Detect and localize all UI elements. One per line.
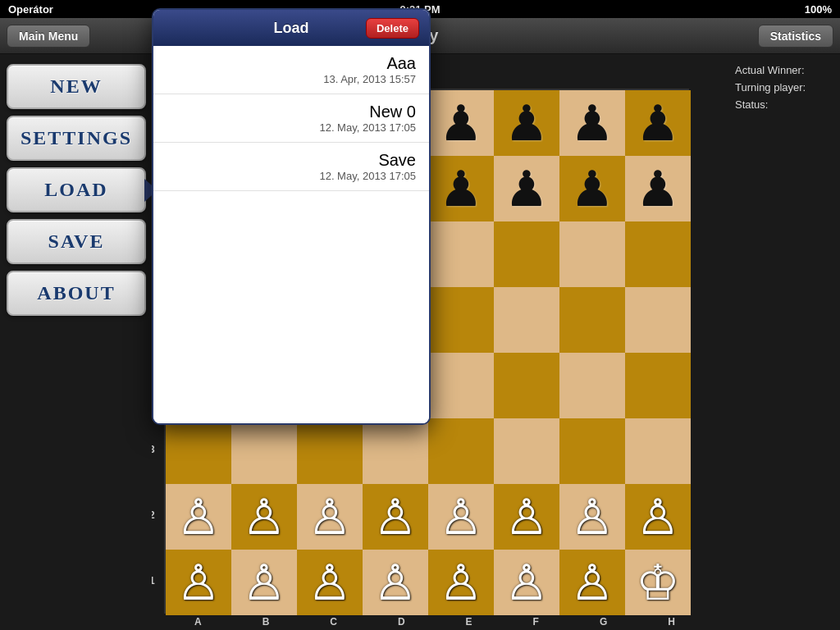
load-item[interactable]: New 0 12. May, 2013 17:05 <box>153 94 429 143</box>
board-cell[interactable] <box>559 221 625 287</box>
black-piece: ♟ <box>439 94 483 152</box>
stats-panel: Actual Winner: Turning player: Status: <box>725 54 840 630</box>
load-item-date: 12. May, 2013 17:05 <box>167 121 416 134</box>
dialog-header: Load Delete <box>153 10 429 46</box>
board-cell[interactable]: ♟ <box>559 90 625 156</box>
black-piece: ♟ <box>504 160 549 217</box>
load-item-date: 12. May, 2013 17:05 <box>167 170 416 182</box>
white-piece: ♙ <box>242 488 286 546</box>
white-piece: ♙ <box>176 488 221 546</box>
board-cell[interactable]: ♙ <box>428 550 494 615</box>
black-piece: ♟ <box>439 160 483 217</box>
board-cell[interactable]: ♙ <box>166 550 231 615</box>
board-cell[interactable] <box>559 418 625 484</box>
board-cell[interactable] <box>297 418 363 484</box>
board-cell[interactable]: ♔ <box>625 550 691 615</box>
statistics-button[interactable]: Statistics <box>758 25 833 48</box>
board-cell[interactable] <box>494 221 559 287</box>
about-button[interactable]: ABOUT <box>7 271 146 316</box>
file-labels: A B C D E F G H <box>164 614 705 630</box>
main-menu-button[interactable]: Main Menu <box>7 25 90 48</box>
board-cell[interactable]: ♙ <box>625 484 691 550</box>
black-piece: ♟ <box>504 94 549 152</box>
black-piece: ♟ <box>636 160 680 217</box>
board-cell[interactable]: ♙ <box>363 550 428 615</box>
board-cell[interactable] <box>363 418 428 484</box>
white-piece: ♙ <box>439 554 483 611</box>
sidebar: NEW SETTINGS LOAD SAVE ABOUT <box>0 54 152 630</box>
white-piece: ♙ <box>636 488 680 546</box>
black-piece: ♟ <box>570 160 614 217</box>
board-cell[interactable]: ♟ <box>625 156 691 221</box>
delete-button[interactable]: Delete <box>366 18 419 39</box>
board-cell[interactable] <box>428 418 494 484</box>
load-button[interactable]: LOAD <box>7 167 146 212</box>
turning-player-label: Turning player: <box>735 81 830 94</box>
dialog-title: Load <box>274 20 309 37</box>
board-cell[interactable] <box>494 353 559 418</box>
board-cell[interactable] <box>428 287 494 353</box>
white-piece: ♙ <box>504 488 549 546</box>
load-item-name: Save <box>167 151 416 170</box>
board-cell[interactable] <box>625 221 691 287</box>
board-cell[interactable] <box>494 287 559 353</box>
load-item-name: New 0 <box>167 103 416 121</box>
board-cell[interactable]: ♟ <box>494 156 559 221</box>
board-cell[interactable]: ♙ <box>494 484 559 550</box>
load-item[interactable]: Aaa 13. Apr, 2013 15:57 <box>153 46 429 94</box>
board-cell[interactable]: ♙ <box>231 484 297 550</box>
board-cell[interactable] <box>625 353 691 418</box>
white-piece: ♙ <box>570 488 614 546</box>
white-piece: ♙ <box>242 554 286 611</box>
board-cell[interactable] <box>166 418 231 484</box>
load-item[interactable]: Save 12. May, 2013 17:05 <box>153 143 429 191</box>
white-piece: ♙ <box>308 554 352 611</box>
board-cell[interactable]: ♙ <box>166 484 231 550</box>
white-piece: ♙ <box>176 554 221 611</box>
load-item-name: Aaa <box>167 54 416 73</box>
battery-label: 100% <box>805 3 832 16</box>
dialog-body: Aaa 13. Apr, 2013 15:57 New 0 12. May, 2… <box>153 46 429 423</box>
board-cell[interactable]: ♙ <box>297 484 363 550</box>
white-piece: ♙ <box>308 488 352 546</box>
board-cell[interactable] <box>231 418 297 484</box>
board-cell[interactable] <box>428 353 494 418</box>
board-cell[interactable]: ♟ <box>428 90 494 156</box>
board-cell[interactable]: ♙ <box>231 550 297 615</box>
board-cell[interactable] <box>494 418 559 484</box>
board-cell[interactable] <box>625 418 691 484</box>
board-cell[interactable]: ♟ <box>625 90 691 156</box>
board-cell[interactable]: ♙ <box>428 484 494 550</box>
board-cell[interactable] <box>428 221 494 287</box>
actual-winner-label: Actual Winner: <box>735 64 830 76</box>
board-cell[interactable]: ♟ <box>428 156 494 221</box>
new-button[interactable]: NEW <box>7 64 146 109</box>
white-piece: ♙ <box>373 554 418 611</box>
save-button[interactable]: SAVE <box>7 219 146 264</box>
board-cell[interactable]: ♙ <box>363 484 428 550</box>
board-cell[interactable]: ♟ <box>494 90 559 156</box>
board-cell[interactable]: ♙ <box>297 550 363 615</box>
white-piece: ♔ <box>636 554 680 611</box>
settings-button[interactable]: SETTINGS <box>7 116 146 161</box>
black-piece: ♟ <box>570 94 614 152</box>
white-piece: ♙ <box>439 488 483 546</box>
carrier-label: Operátor <box>8 3 53 16</box>
board-cell[interactable] <box>625 287 691 353</box>
load-dialog[interactable]: Load Delete Aaa 13. Apr, 2013 15:57 New … <box>152 8 431 425</box>
white-piece: ♙ <box>373 488 418 546</box>
load-item-date: 13. Apr, 2013 15:57 <box>167 73 416 85</box>
black-piece: ♟ <box>636 94 680 152</box>
board-cell[interactable]: ♙ <box>559 550 625 615</box>
board-cell[interactable]: ♙ <box>559 484 625 550</box>
board-cell[interactable]: ♟ <box>559 156 625 221</box>
white-piece: ♙ <box>504 554 549 611</box>
board-cell[interactable] <box>559 287 625 353</box>
white-piece: ♙ <box>570 554 614 611</box>
board-cell[interactable]: ♙ <box>494 550 559 615</box>
status-label: Status: <box>735 98 830 111</box>
board-cell[interactable] <box>559 353 625 418</box>
